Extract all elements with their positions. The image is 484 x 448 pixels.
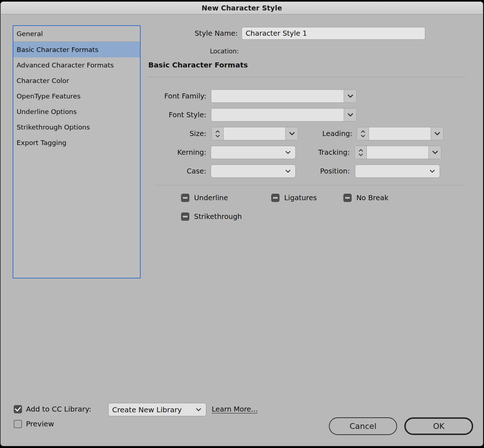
chevron-down-icon [434,132,440,136]
screen: New Character Style General Basic Charac… [0,0,484,448]
font-style-dropdown-button[interactable] [344,109,356,121]
size-label: Size: [116,127,206,140]
preview-checkbox[interactable] [14,420,22,428]
kerning-label: Kerning: [116,146,206,159]
ligatures-checkbox-label[interactable]: Ligatures [284,194,317,202]
tracking-dropdown-button[interactable] [428,146,441,159]
stepper-up-icon [358,149,363,152]
preview-checkbox-label[interactable]: Preview [26,420,54,428]
separator-bottom [155,185,463,185]
sidebar-item-character-color[interactable]: Character Color [13,73,140,88]
font-style-combo [211,108,357,122]
cancel-button[interactable]: Cancel [329,417,397,435]
tracking-input[interactable] [367,146,428,159]
sidebar-item-advanced-character-formats[interactable]: Advanced Character Formats [13,57,140,73]
stepper-down-icon [215,135,220,137]
tracking-label: Tracking: [271,146,350,159]
title-bar: New Character Style [1,2,483,14]
dialog-title: New Character Style [1,2,483,14]
strikethrough-checkbox-label[interactable]: Strikethrough [194,212,242,221]
font-style-label: Font Style: [116,108,206,122]
location-label: Location: [167,48,239,55]
tracking-stepper[interactable] [355,146,367,159]
font-family-input[interactable] [211,90,344,102]
stepper-up-icon [215,130,220,133]
cc-library-select[interactable]: Create New Library [108,403,206,416]
chevron-down-icon [347,113,353,117]
position-select[interactable] [355,164,440,178]
style-name-label: Style Name: [138,27,238,40]
stepper-down-icon [358,153,363,156]
leading-dropdown-button[interactable] [431,127,443,140]
chevron-down-icon [347,94,353,98]
size-stepper[interactable] [212,127,224,140]
leading-stepper[interactable] [357,127,369,140]
font-family-combo [211,89,357,103]
style-name-input[interactable] [242,27,425,40]
no-break-checkbox[interactable] [343,194,352,202]
chevron-down-icon [430,170,435,173]
add-to-cc-library-label[interactable]: Add to CC Library: [26,405,91,413]
stepper-up-icon [361,130,365,133]
chevron-down-icon [196,408,201,412]
case-label: Case: [116,164,206,178]
new-character-style-dialog: New Character Style General Basic Charac… [0,1,483,446]
tracking-combo [355,146,441,159]
chevron-down-icon [432,150,438,154]
learn-more-link[interactable]: Learn More... [212,405,258,413]
underline-checkbox-label[interactable]: Underline [194,194,228,202]
leading-input[interactable] [369,127,431,140]
sidebar-item-general[interactable]: General [13,26,140,42]
font-family-dropdown-button[interactable] [344,90,356,102]
ligatures-checkbox[interactable] [271,194,280,202]
underline-checkbox[interactable] [181,194,189,202]
separator-top [146,77,466,77]
ok-button[interactable]: OK [404,417,473,435]
add-to-cc-library-checkbox[interactable] [14,405,22,413]
stepper-down-icon [361,135,365,137]
font-style-input[interactable] [211,109,344,121]
leading-label: Leading: [271,127,352,140]
no-break-checkbox-label[interactable]: No Break [356,194,388,202]
position-label: Position: [271,164,350,178]
leading-combo [357,127,444,140]
cc-library-select-value: Create New Library [112,405,182,414]
section-title: Basic Character Formats [148,61,248,69]
strikethrough-checkbox[interactable] [181,212,189,221]
font-family-label: Font Family: [116,89,206,103]
sidebar-item-basic-character-formats[interactable]: Basic Character Formats [13,42,140,57]
